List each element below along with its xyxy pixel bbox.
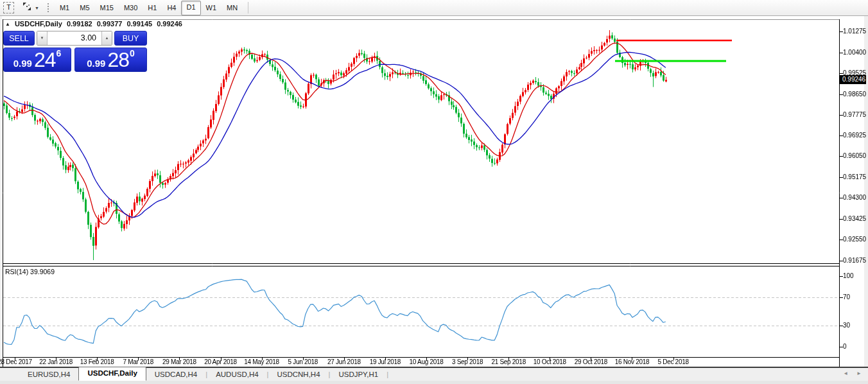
chart-tab-audusd[interactable]: AUDUSD,H4 — [207, 369, 266, 381]
rsi-tick-label: 70 — [843, 293, 866, 301]
text-tool-icon[interactable]: T — [3, 2, 14, 13]
window-left-edge — [0, 16, 2, 367]
buy-button[interactable]: BUY — [114, 31, 147, 46]
current-price-badge: 0.99246 — [840, 75, 866, 84]
arrange-arrows-icon — [22, 2, 31, 13]
tab-scroll-right-icon[interactable]: ► — [856, 371, 862, 376]
chart-tab-bar: EURUSD,H4USDCHF,DailyUSDCAD,H4|AUDUSD,H4… — [0, 367, 868, 381]
price-tick-label: 0.96050 — [843, 152, 866, 160]
buy-price-pipette: 0 — [130, 48, 135, 58]
date-tick-label: 5 Jun 2018 — [280, 358, 326, 365]
toolbar-drag-handle[interactable] — [47, 3, 49, 13]
rsi-tick-label: 0 — [843, 343, 866, 351]
timeframe-button-mn[interactable]: MN — [221, 1, 243, 15]
chart-tab-eurusd[interactable]: EURUSD,H4 — [19, 369, 78, 381]
price-tick-label: 0.91675 — [843, 257, 866, 265]
buy-price-big-digits: 28 — [107, 51, 129, 69]
timeframe-button-m1[interactable]: M1 — [55, 1, 74, 15]
chart-tab-usdcad[interactable]: USDCAD,H4 — [146, 369, 205, 381]
arrange-arrows-button[interactable]: ▼ — [22, 2, 39, 13]
date-tick-label: 19 Jul 2018 — [362, 358, 408, 365]
chart-symbol-label: USDCHF,Daily — [15, 20, 62, 28]
sell-button[interactable]: SELL — [3, 31, 35, 46]
date-tick-label: 10 Aug 2018 — [403, 358, 449, 365]
timeframe-button-h4[interactable]: H4 — [162, 1, 181, 15]
tab-scroll-buttons: ◄ ► — [843, 371, 862, 376]
price-tick-label: 0.98650 — [843, 91, 866, 98]
date-tick-label: 22 Jan 2018 — [33, 358, 79, 365]
timeframe-button-d1[interactable]: D1 — [181, 1, 200, 15]
date-tick-label: 13 Feb 2018 — [74, 358, 120, 365]
date-tick-label: 3 Sep 2018 — [444, 358, 490, 365]
price-tick-label: 0.97775 — [843, 111, 866, 119]
chevron-down-icon[interactable]: ▼ — [35, 6, 39, 10]
sell-price-big-digits: 24 — [34, 51, 56, 69]
price-tick-label: 0.95175 — [843, 173, 866, 181]
collapse-panel-icon[interactable]: ▲ — [5, 21, 10, 27]
timeframe-button-h1[interactable]: H1 — [143, 1, 162, 15]
chart-tab-usdchf[interactable]: USDCHF,Daily — [78, 367, 146, 381]
sell-price-main: 0.99 — [13, 58, 32, 69]
date-tick-label: 5 Dec 2018 — [650, 358, 697, 365]
rsi-tick-label: 100 — [843, 272, 866, 280]
tab-scroll-left-icon[interactable]: ◄ — [843, 371, 848, 376]
timeframe-button-m30[interactable]: M30 — [119, 1, 143, 15]
volume-stepper: ▼ 3.00 ▲ — [37, 31, 112, 46]
date-tick-label: 10 Oct 2018 — [526, 358, 573, 365]
timeframe-button-w1[interactable]: W1 — [201, 1, 222, 15]
price-tick-label: 1.01275 — [843, 28, 866, 35]
sell-price-button[interactable]: 0.99 24 6 — [3, 48, 71, 72]
toolbar: T ▼ M1M5M15M30H1H4D1W1MN — [0, 0, 868, 16]
ohlc-low: 0.99145 — [126, 20, 152, 28]
timeframe-group: M1M5M15M30H1H4D1W1MN — [55, 1, 243, 15]
tab-separator: | — [386, 369, 388, 381]
toolbar-separator — [248, 2, 248, 13]
ohlc-open: 0.99182 — [67, 20, 92, 28]
price-tick-label: 0.94300 — [843, 194, 866, 202]
window-right-edge — [864, 16, 868, 367]
buy-price-button[interactable]: 0.99 28 0 — [74, 48, 147, 72]
chart-tab-usdcnh[interactable]: USDCNH,H4 — [268, 369, 328, 381]
ohlc-high: 0.99377 — [97, 20, 123, 28]
price-tick-label: 0.96925 — [843, 132, 866, 139]
chart-tab-usdjpy[interactable]: USDJPY,H1 — [330, 369, 386, 381]
price-tick-label: 0.92550 — [843, 236, 866, 243]
sell-price-pipette: 6 — [56, 48, 62, 58]
one-click-trade-panel: SELL ▼ 3.00 ▲ BUY 0.99 24 6 0.99 28 0 — [3, 31, 147, 72]
volume-decrease-button[interactable]: ▼ — [37, 31, 48, 45]
timeframe-button-m15[interactable]: M15 — [95, 1, 119, 15]
chart-title: ▲ USDCHF,Daily 0.99182 0.99377 0.99145 0… — [5, 20, 182, 28]
date-tick-label: 16 Nov 2018 — [609, 358, 655, 365]
date-tick-label: 20 Apr 2018 — [198, 358, 244, 365]
date-tick-label: 7 Mar 2018 — [115, 358, 161, 365]
date-tick-label: 29 Oct 2018 — [568, 358, 614, 365]
buy-price-main: 0.99 — [87, 58, 105, 69]
bottom-strip — [0, 381, 868, 384]
price-tick-label: 0.93425 — [843, 215, 866, 223]
date-tick-label: 27 Jun 2018 — [321, 358, 367, 365]
price-tick-label: 1.00400 — [843, 49, 866, 57]
volume-input[interactable]: 3.00 — [48, 31, 101, 45]
date-tick-label: 29 Mar 2018 — [156, 358, 202, 365]
timeframe-button-m5[interactable]: M5 — [74, 1, 94, 15]
ohlc-close: 0.99246 — [157, 20, 182, 28]
rsi-indicator-label: RSI(14) 39.9069 — [5, 268, 55, 275]
volume-increase-button[interactable]: ▲ — [101, 31, 112, 45]
rsi-tick-label: 30 — [843, 322, 866, 329]
date-tick-label: 14 May 2018 — [239, 358, 285, 365]
date-tick-label: 21 Sep 2018 — [485, 358, 532, 365]
